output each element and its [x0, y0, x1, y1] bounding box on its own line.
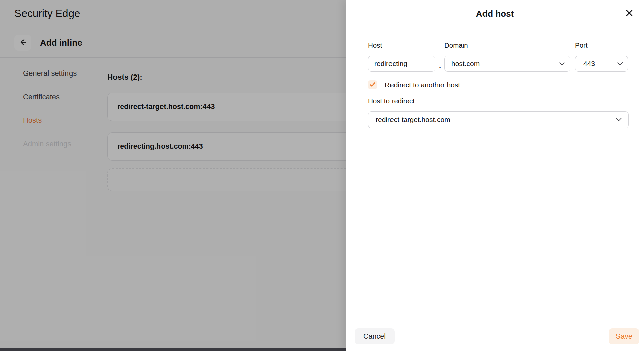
redirect-checkbox-label[interactable]: Redirect to another host: [385, 81, 460, 89]
x-icon: [626, 9, 633, 18]
host-domain-separator: .: [435, 56, 444, 72]
cancel-button[interactable]: Cancel: [355, 328, 395, 344]
domain-label: Domain: [444, 41, 575, 49]
host-to-redirect-select[interactable]: redirect-target.host.com: [368, 111, 629, 128]
port-label: Port: [575, 41, 629, 49]
host-to-redirect-value: redirect-target.host.com: [376, 116, 450, 124]
chevron-down-icon: [559, 60, 565, 65]
host-to-redirect-label: Host to redirect: [368, 97, 629, 105]
chevron-down-icon: [617, 60, 623, 65]
redirect-checkbox[interactable]: [368, 80, 377, 89]
port-select[interactable]: 443: [575, 56, 628, 72]
host-field-labels: Host Domain Port: [368, 41, 629, 56]
check-icon: [369, 81, 376, 89]
modal-title: Add host: [476, 9, 514, 19]
close-button[interactable]: [622, 6, 637, 21]
add-host-modal: Add host Host Domain Port . host.com: [346, 0, 644, 351]
domain-select[interactable]: host.com: [444, 56, 570, 72]
chevron-down-icon: [616, 116, 622, 121]
host-field-inputs: . host.com 443: [368, 56, 629, 72]
host-label: Host: [368, 41, 444, 49]
redirect-checkbox-row: Redirect to another host: [368, 80, 629, 89]
modal-footer: Cancel Save: [346, 323, 644, 351]
host-input[interactable]: [368, 56, 435, 72]
port-select-value: 443: [583, 60, 595, 68]
domain-select-value: host.com: [451, 60, 480, 68]
modal-body: Host Domain Port . host.com 443: [346, 28, 644, 323]
modal-header: Add host: [346, 0, 644, 28]
save-button[interactable]: Save: [609, 328, 639, 344]
